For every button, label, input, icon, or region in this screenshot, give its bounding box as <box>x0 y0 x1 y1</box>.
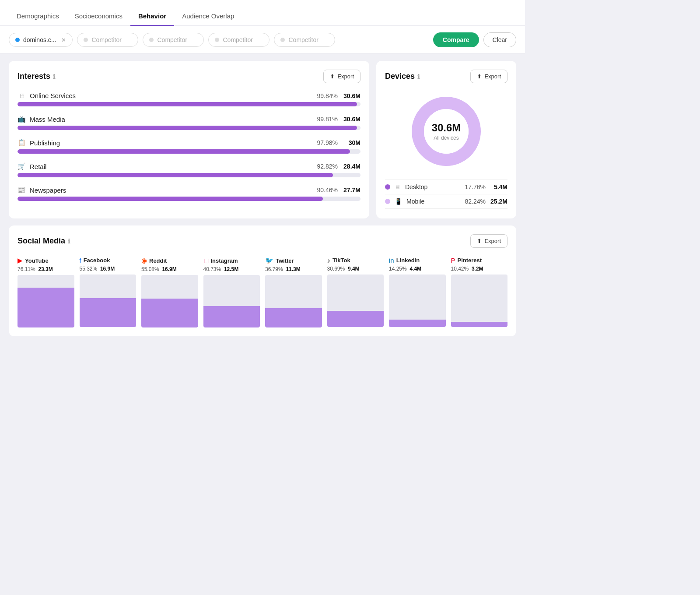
domain-chip[interactable]: dominos.c... ✕ <box>9 33 73 47</box>
linkedin-name: LinkedIn <box>396 257 420 264</box>
social-item-linkedin: in LinkedIn 14.25% 4.4M <box>389 257 446 327</box>
interest-name-1: Mass Media <box>30 116 309 123</box>
desktop-icon: 🖥 <box>395 183 401 190</box>
interest-item-publishing: 📋 Publishing 97.98% 30M <box>18 139 360 154</box>
instagram-name: Instagram <box>211 257 238 264</box>
facebook-bar <box>80 275 136 327</box>
tiktok-icon: ♪ <box>327 257 331 264</box>
instagram-bar <box>203 275 260 327</box>
devices-panel: Devices ℹ ⬆ Export 30.6M <box>376 61 516 218</box>
youtube-stats: 76.11% 23.3M <box>18 266 74 272</box>
competitor-chip-4[interactable]: Competitor <box>274 33 335 47</box>
social-item-reddit: ◉ Reddit 55.08% 16.9M <box>141 257 198 327</box>
reddit-bar <box>141 275 198 327</box>
interest-val-1: 30.6M <box>342 116 360 123</box>
interest-val-3: 28.4M <box>342 163 360 170</box>
interest-item-online-services: 🖥 Online Services 99.84% 30.6M <box>18 92 360 106</box>
interest-pct-4: 90.46% <box>314 187 338 194</box>
tab-audience-overlap[interactable]: Audience Overlap <box>174 7 242 26</box>
interest-bar-track-0 <box>18 102 360 106</box>
social-item-twitter: 🐦 Twitter 36.79% 11.3M <box>265 257 322 327</box>
youtube-icon: ▶ <box>18 257 23 264</box>
interest-item-mass-media: 📺 Mass Media 99.81% 30.6M <box>18 115 360 130</box>
device-legend: 🖥 Desktop 17.76% 5.4M 📱 Mobile 82.24% 25… <box>385 180 508 209</box>
linkedin-icon: in <box>389 257 394 264</box>
instagram-stats: 40.73% 12.5M <box>203 266 260 272</box>
interest-name-0: Online Services <box>30 92 309 99</box>
device-row-mobile: 📱 Mobile 82.24% 25.2M <box>385 194 508 208</box>
donut-label: 30.6M All devices <box>432 122 461 141</box>
competitor-chip-1[interactable]: Competitor <box>77 33 138 47</box>
online-services-icon: 🖥 <box>18 92 25 99</box>
reddit-bar-fill <box>141 299 198 327</box>
interest-item-newspapers: 📰 Newspapers 90.46% 27.7M <box>18 186 360 201</box>
tab-socioeconomics[interactable]: Socioeconomics <box>67 7 130 26</box>
youtube-bar-fill <box>18 288 74 327</box>
donut-total: 30.6M <box>432 122 461 134</box>
linkedin-stats: 14.25% 4.4M <box>389 266 446 272</box>
devices-header: Devices ℹ ⬆ Export <box>385 70 508 83</box>
facebook-stats: 55.32% 16.9M <box>80 266 136 272</box>
social-title: Social Media ℹ <box>18 236 70 246</box>
linkedin-bar-fill <box>389 320 446 327</box>
close-icon[interactable]: ✕ <box>61 37 66 43</box>
mass-media-icon: 📺 <box>18 115 25 123</box>
interest-bar-fill-3 <box>18 173 333 177</box>
competitor-label-1: Competitor <box>91 36 121 43</box>
social-item-pinterest: P Pinterest 10.42% 3.2M <box>451 257 508 327</box>
mobile-pct: 82.24% <box>464 198 486 205</box>
interest-val-4: 27.7M <box>342 187 360 194</box>
mobile-icon: 📱 <box>395 198 402 205</box>
social-item-youtube: ▶ YouTube 76.11% 23.3M <box>18 257 74 327</box>
tab-demographics[interactable]: Demographics <box>9 7 67 26</box>
export-icon: ⬆ <box>330 73 335 80</box>
pinterest-bar <box>451 275 508 327</box>
reddit-name: Reddit <box>149 257 167 264</box>
competitor-dot-1 <box>84 38 88 42</box>
facebook-name: Facebook <box>84 257 110 264</box>
devices-info-icon[interactable]: ℹ <box>417 73 420 80</box>
social-item-instagram: ◻ Instagram 40.73% 12.5M <box>203 257 260 327</box>
social-panel: Social Media ℹ ⬆ Export ▶ YouTube 76.11%… <box>9 225 516 336</box>
tiktok-stats: 30.69% 9.4M <box>327 266 384 272</box>
devices-export-icon: ⬆ <box>477 73 482 80</box>
interests-export-button[interactable]: ⬆ Export <box>323 70 360 83</box>
compare-bar: dominos.c... ✕ Competitor Competitor Com… <box>0 26 525 54</box>
donut-sublabel: All devices <box>432 135 461 141</box>
mobile-val: 25.2M <box>490 198 508 205</box>
newspapers-icon: 📰 <box>18 186 25 194</box>
social-info-icon[interactable]: ℹ <box>68 238 70 245</box>
interest-val-2: 30M <box>342 139 360 146</box>
youtube-name: YouTube <box>25 257 49 264</box>
clear-button[interactable]: Clear <box>483 32 516 47</box>
compare-button[interactable]: Compare <box>433 32 479 47</box>
competitor-chip-2[interactable]: Competitor <box>143 33 204 47</box>
youtube-bar <box>18 275 74 327</box>
interests-panel: Interests ℹ ⬆ Export 🖥 Online Services 9… <box>9 61 369 218</box>
interest-pct-1: 99.81% <box>314 116 338 123</box>
interest-name-3: Retail <box>30 163 309 170</box>
interests-info-icon[interactable]: ℹ <box>53 73 55 80</box>
social-item-facebook: f Facebook 55.32% 16.9M <box>80 257 136 327</box>
competitor-chip-3[interactable]: Competitor <box>208 33 270 47</box>
social-export-button[interactable]: ⬆ Export <box>470 234 508 248</box>
interest-bar-track-1 <box>18 126 360 130</box>
interests-title: Interests ℹ <box>18 72 55 81</box>
interest-bar-fill-0 <box>18 102 357 106</box>
device-row-desktop: 🖥 Desktop 17.76% 5.4M <box>385 180 508 194</box>
tab-behavior[interactable]: Behavior <box>130 7 174 26</box>
competitor-dot-3 <box>215 38 219 42</box>
pinterest-stats: 10.42% 3.2M <box>451 266 508 272</box>
interest-pct-0: 99.84% <box>314 92 338 99</box>
tiktok-name: TikTok <box>332 257 350 264</box>
domain-dot <box>15 38 20 42</box>
domain-label: dominos.c... <box>23 36 56 43</box>
interest-pct-2: 97.98% <box>314 139 338 146</box>
interest-item-retail: 🛒 Retail 92.82% 28.4M <box>18 162 360 177</box>
twitter-name: Twitter <box>276 257 294 264</box>
devices-export-button[interactable]: ⬆ Export <box>470 70 508 83</box>
retail-icon: 🛒 <box>18 162 25 170</box>
social-item-tiktok: ♪ TikTok 30.69% 9.4M <box>327 257 384 327</box>
reddit-stats: 55.08% 16.9M <box>141 266 198 272</box>
instagram-icon: ◻ <box>203 257 209 264</box>
